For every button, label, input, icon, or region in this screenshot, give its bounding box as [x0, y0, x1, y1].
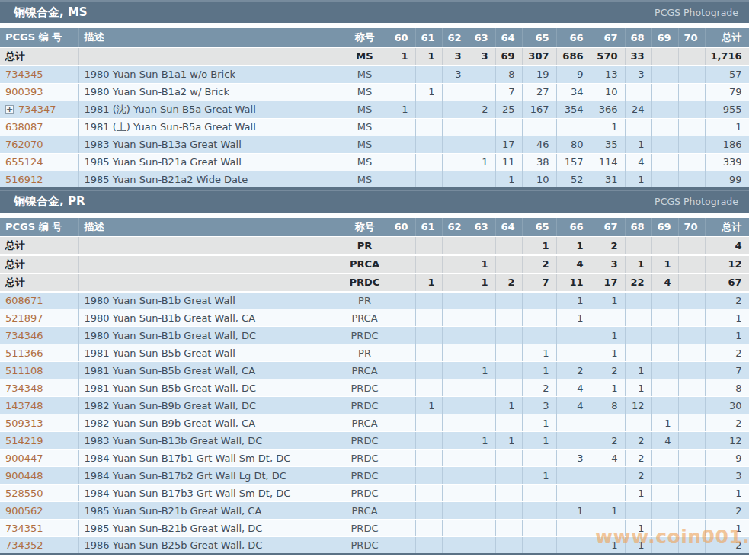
grade-count: [442, 485, 469, 502]
pcgs-number-cell: 655124: [0, 153, 78, 171]
grade-count: [678, 397, 705, 414]
grade-count: [495, 502, 522, 520]
total-designation: PR: [341, 237, 389, 255]
total-grade-count: 686: [556, 47, 591, 66]
pcgs-number-link[interactable]: 608671: [5, 295, 43, 306]
table-row: 6551241985 Yuan Sun-B21a Great WallMS111…: [0, 153, 749, 171]
total-description-empty: [78, 274, 341, 292]
pcgs-number-cell: 511366: [0, 344, 78, 362]
col-header-grade-63: 63: [469, 28, 495, 47]
pcgs-number-link[interactable]: 511366: [5, 347, 43, 359]
col-header-description: 描述: [78, 28, 341, 47]
pcgs-number-link[interactable]: 511108: [5, 365, 43, 376]
photograde-link[interactable]: PCGS Photograde: [655, 7, 738, 18]
expand-icon[interactable]: +: [5, 105, 14, 114]
col-header-grade-70: 70: [678, 28, 705, 47]
row-total: 7: [705, 362, 749, 379]
total-grade-count: 1: [522, 237, 556, 255]
pcgs-number-link[interactable]: 509313: [5, 418, 43, 429]
total-grade-count: 22: [625, 274, 651, 292]
grade-count: 1: [591, 344, 625, 362]
pcgs-number-link[interactable]: 762070: [5, 139, 43, 150]
grade-count: [495, 309, 522, 327]
total-designation: PRCA: [341, 255, 389, 274]
grade-count: 38: [522, 153, 556, 171]
designation-value: PRDC: [341, 327, 389, 344]
grade-count: [651, 83, 678, 101]
pcgs-number-cell: 900562: [0, 502, 78, 520]
pcgs-number-link[interactable]: 516912: [5, 174, 43, 185]
grade-count: [415, 432, 442, 450]
grade-count: 31: [591, 171, 625, 188]
pcgs-number-link[interactable]: 900562: [5, 505, 43, 517]
grade-count: [522, 118, 556, 136]
total-grade-count: [678, 255, 705, 274]
total-grade-count: 33: [625, 47, 651, 66]
grade-count: 46: [522, 136, 556, 153]
coin-description: 1981 Yuan Sun-B5b Great Wall: [78, 344, 341, 362]
pcgs-number-link[interactable]: 734351: [5, 523, 43, 534]
grade-count: 8: [591, 397, 625, 414]
pcgs-number-link[interactable]: 900447: [5, 453, 43, 464]
grade-count: [389, 309, 415, 327]
pcgs-number-link[interactable]: 655124: [5, 156, 43, 168]
pcgs-number-link[interactable]: 734348: [5, 382, 43, 394]
total-description-empty: [78, 255, 341, 274]
pcgs-number-cell: 521897: [0, 309, 78, 327]
total-grade-count: [678, 274, 705, 292]
grade-count: [469, 485, 495, 502]
pcgs-number-link[interactable]: 514219: [5, 435, 43, 446]
coin-description: 1986 Yuan Sun-B25b Great Wall, DC: [78, 537, 341, 555]
grade-count: [651, 344, 678, 362]
coin-description: 1981 (上) Yuan Sun-B5a Great Wall: [78, 118, 341, 136]
col-header-designation: 称号: [341, 28, 389, 47]
coin-description: 1984 Yuan Sun-B17b1 Grt Wall Sm Dt, DC: [78, 450, 341, 467]
grade-count: [389, 153, 415, 171]
grade-count: [651, 153, 678, 171]
pcgs-number-link[interactable]: 900448: [5, 470, 43, 482]
pcgs-number-link[interactable]: 143748: [5, 400, 43, 411]
grade-count: 12: [625, 397, 651, 414]
grade-count: [415, 379, 442, 397]
grade-count: 3: [625, 66, 651, 83]
coin-description: 1982 Yuan Sun-B9b Great Wall, CA: [78, 414, 341, 432]
coin-description: 1980 Yuan Sun-B1b Great Wall: [78, 292, 341, 309]
grade-count: 1: [591, 537, 625, 555]
pcgs-number-link[interactable]: 638087: [5, 121, 43, 133]
grade-count: [415, 502, 442, 520]
grade-count: [415, 292, 442, 309]
col-header-grade-66: 66: [556, 28, 591, 47]
photograde-link[interactable]: PCGS Photograde: [655, 196, 738, 207]
grade-count: [678, 537, 705, 555]
grade-count: 1: [625, 485, 651, 502]
grade-count: [651, 309, 678, 327]
pcgs-number-link[interactable]: 521897: [5, 312, 43, 324]
pcgs-number-link[interactable]: 900393: [5, 86, 43, 98]
pcgs-number-link[interactable]: 734345: [5, 69, 43, 80]
grade-count: [556, 467, 591, 485]
grade-count: [651, 467, 678, 485]
grade-count: [442, 136, 469, 153]
grade-count: [651, 362, 678, 379]
grade-count: [591, 467, 625, 485]
grade-count: [678, 292, 705, 309]
total-grade-count: 1: [556, 237, 591, 255]
pcgs-number-cell: 511108: [0, 362, 78, 379]
grade-count: [389, 432, 415, 450]
grade-count: [495, 327, 522, 344]
pcgs-number-link[interactable]: 528550: [5, 488, 43, 499]
grade-count: [678, 362, 705, 379]
grade-count: [442, 432, 469, 450]
designation-value: PRDC: [341, 397, 389, 414]
grade-count: [469, 344, 495, 362]
col-header-grade-65: 65: [522, 28, 556, 47]
row-total: 2: [705, 502, 749, 520]
table-row: 5169121985 Yuan Sun-B21a2 Wide DateMS110…: [0, 171, 749, 188]
grade-count: 1: [591, 292, 625, 309]
pcgs-number-link[interactable]: 734347: [18, 104, 56, 115]
table-row: 7343481981 Yuan Sun-B5b Great Wall, DCPR…: [0, 379, 749, 397]
grade-count: [469, 327, 495, 344]
pcgs-number-link[interactable]: 734346: [5, 330, 43, 341]
pcgs-number-link[interactable]: 734352: [5, 539, 43, 551]
grade-count: [678, 379, 705, 397]
